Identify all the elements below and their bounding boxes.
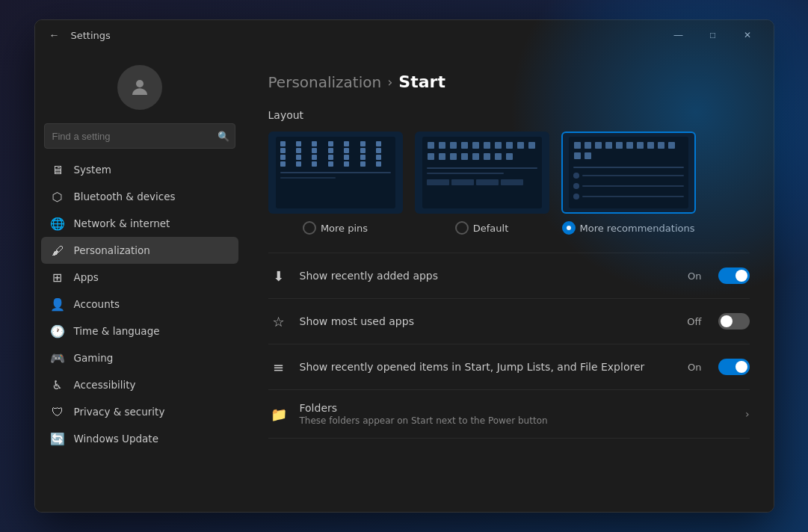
sidebar-item-accounts[interactable]: 👤 Accounts: [41, 291, 238, 318]
folders-icon: 📁: [268, 403, 289, 424]
row-icon-most-used: ☆: [268, 311, 289, 332]
radio-circle-default: [455, 221, 469, 235]
layout-radio-more-pins: More pins: [303, 221, 368, 235]
row-status-recently-opened: On: [688, 362, 701, 373]
nav-label-gaming: Gaming: [74, 352, 114, 364]
layout-option-default[interactable]: Default: [415, 132, 549, 235]
settings-window: ← Settings — □ ✕ 🔍 🖥 System: [34, 19, 774, 513]
breadcrumb: Personalization › Start: [268, 72, 750, 91]
toggle-recently-opened[interactable]: [718, 359, 750, 375]
layout-radio-more-recommendations: More recommendations: [562, 221, 695, 235]
layout-label-more-pins: More pins: [321, 223, 368, 234]
folders-title: Folders: [300, 402, 735, 414]
layout-options: More pins Default More recommendation: [268, 132, 750, 235]
row-icon-recently-opened: ≡: [268, 356, 289, 377]
layout-label-default: Default: [473, 223, 509, 234]
nav-label-system: System: [74, 164, 111, 176]
nav-icon-system: 🖥: [50, 162, 65, 177]
folders-row[interactable]: 📁 Folders These folders appear on Start …: [268, 390, 750, 439]
nav-icon-accounts: 👤: [50, 297, 65, 312]
row-text-most-used: Show most used apps: [300, 315, 677, 327]
nav-icon-windows-update: 🔄: [50, 431, 65, 446]
nav-label-network: Network & internet: [74, 217, 170, 229]
folders-subtitle: These folders appear on Start next to th…: [300, 415, 735, 426]
nav-label-personalization: Personalization: [74, 244, 150, 256]
toggle-row-recently-added: ⬇ Show recently added apps On: [268, 253, 750, 299]
row-text-recently-added: Show recently added apps: [300, 270, 678, 282]
radio-circle-more-recommendations: [562, 221, 576, 235]
svg-point-0: [136, 80, 144, 87]
minimize-button[interactable]: —: [661, 23, 696, 47]
avatar: [117, 65, 162, 110]
content-area: Personalization › Start Layout More pins: [244, 50, 774, 512]
chevron-right-icon: ›: [745, 408, 750, 420]
sidebar: 🔍 🖥 System ⬡ Bluetooth & devices 🌐 Netwo…: [35, 50, 244, 512]
layout-option-more-pins[interactable]: More pins: [268, 132, 403, 235]
toggle-row-recently-opened: ≡ Show recently opened items in Start, J…: [268, 344, 750, 390]
nav-icon-network: 🌐: [50, 216, 65, 231]
title-controls: — □ ✕: [661, 23, 765, 47]
row-icon-recently-added: ⬇: [268, 265, 289, 286]
sidebar-item-personalization[interactable]: 🖌 Personalization: [41, 237, 238, 264]
window-title: Settings: [71, 30, 111, 41]
toggle-most-used[interactable]: [718, 313, 750, 330]
layout-radio-default: Default: [455, 221, 509, 235]
nav-icon-personalization: 🖌: [50, 243, 65, 258]
toggle-recently-added[interactable]: [718, 267, 750, 284]
nav-icon-accessibility: ♿: [50, 377, 65, 392]
nav-label-apps: Apps: [74, 271, 99, 283]
nav-items: 🖥 System ⬡ Bluetooth & devices 🌐 Network…: [41, 156, 238, 452]
folders-text: Folders These folders appear on Start ne…: [300, 402, 735, 426]
nav-icon-apps: ⊞: [50, 270, 65, 285]
sidebar-item-time[interactable]: 🕐 Time & language: [41, 318, 238, 344]
sidebar-item-system[interactable]: 🖥 System: [41, 156, 238, 183]
layout-preview-more-recommendations: [561, 132, 696, 214]
layout-preview-default: [415, 132, 549, 214]
search-box: 🔍: [41, 123, 238, 149]
toggle-row-most-used: ☆ Show most used apps Off: [268, 299, 750, 344]
main-content: 🔍 🖥 System ⬡ Bluetooth & devices 🌐 Netwo…: [35, 50, 774, 512]
sidebar-item-accessibility[interactable]: ♿ Accessibility: [41, 371, 238, 398]
breadcrumb-chevron: ›: [387, 74, 392, 90]
layout-label-more-recommendations: More recommendations: [580, 223, 695, 234]
nav-label-time: Time & language: [74, 325, 160, 337]
layout-option-more-recommendations[interactable]: More recommendations: [561, 132, 696, 235]
search-input[interactable]: [44, 123, 235, 149]
nav-label-accounts: Accounts: [74, 298, 120, 310]
row-text-recently-opened: Show recently opened items in Start, Jum…: [300, 361, 678, 373]
sidebar-item-network[interactable]: 🌐 Network & internet: [41, 210, 238, 237]
nav-icon-gaming: 🎮: [50, 350, 65, 365]
close-button[interactable]: ✕: [730, 23, 765, 47]
breadcrumb-parent: Personalization: [268, 73, 382, 91]
toggle-knob-most-used: [721, 315, 733, 327]
breadcrumb-current: Start: [398, 72, 445, 91]
nav-label-privacy: Privacy & security: [74, 406, 165, 418]
nav-icon-bluetooth: ⬡: [50, 189, 65, 204]
sidebar-item-apps[interactable]: ⊞ Apps: [41, 264, 238, 291]
maximize-button[interactable]: □: [696, 23, 730, 47]
nav-icon-privacy: 🛡: [50, 404, 65, 419]
toggle-knob-recently-added: [735, 270, 747, 282]
nav-label-bluetooth: Bluetooth & devices: [74, 191, 176, 202]
sidebar-item-bluetooth[interactable]: ⬡ Bluetooth & devices: [41, 183, 238, 210]
title-bar-left: ← Settings: [44, 25, 661, 46]
toggle-rows: ⬇ Show recently added apps On ☆ Show mos…: [268, 253, 750, 390]
title-bar: ← Settings — □ ✕: [35, 20, 774, 50]
back-button[interactable]: ←: [44, 25, 65, 46]
sidebar-item-gaming[interactable]: 🎮 Gaming: [41, 344, 238, 371]
row-status-recently-added: On: [688, 270, 701, 282]
sidebar-item-windows-update[interactable]: 🔄 Windows Update: [41, 425, 238, 452]
nav-label-accessibility: Accessibility: [74, 379, 136, 391]
toggle-knob-recently-opened: [735, 361, 747, 373]
nav-icon-time: 🕐: [50, 324, 65, 338]
nav-label-windows-update: Windows Update: [74, 433, 158, 445]
row-status-most-used: Off: [687, 316, 701, 327]
sidebar-item-privacy[interactable]: 🛡 Privacy & security: [41, 398, 238, 425]
radio-circle-more-pins: [303, 221, 316, 235]
layout-preview-more-pins: [268, 132, 403, 214]
layout-section-title: Layout: [268, 109, 750, 121]
